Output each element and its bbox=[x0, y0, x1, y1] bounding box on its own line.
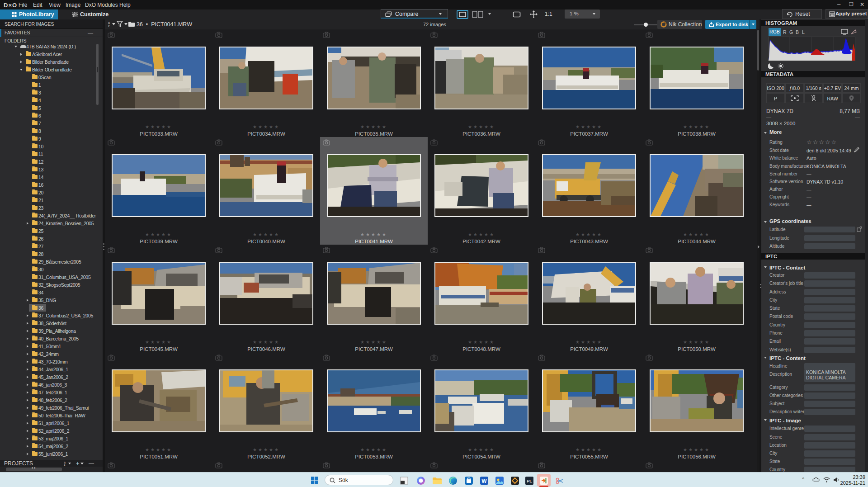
svg-text:a: a bbox=[108, 21, 110, 24]
svg-text:z: z bbox=[64, 463, 66, 466]
svg-text:W: W bbox=[481, 478, 487, 484]
svg-text:z: z bbox=[108, 24, 110, 28]
svg-text:PL: PL bbox=[527, 479, 532, 483]
